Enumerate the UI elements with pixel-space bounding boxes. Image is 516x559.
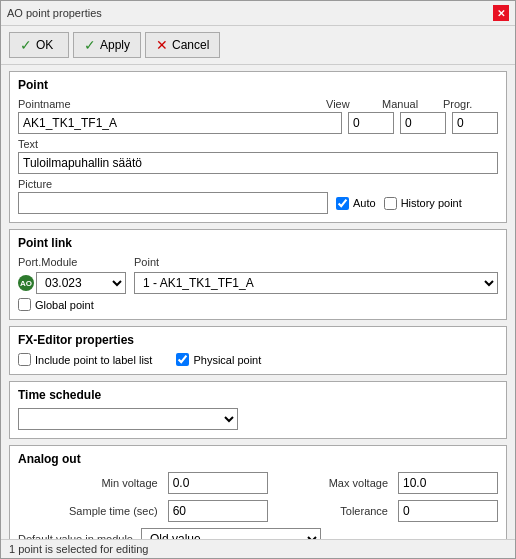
default-value-row: Default value in module Old value 0 Last… — [18, 528, 498, 539]
analog-grid: Min voltage Max voltage Sample time (sec… — [18, 472, 498, 522]
view-col-header: View — [326, 98, 376, 110]
ok-icon: ✓ — [20, 37, 32, 53]
min-voltage-input[interactable] — [168, 472, 268, 494]
port-module-select[interactable]: 03.023 — [36, 272, 126, 294]
default-value-select[interactable]: Old value 0 Last value — [141, 528, 321, 539]
apply-button[interactable]: ✓ Apply — [73, 32, 141, 58]
time-schedule-section: Time schedule — [9, 381, 507, 439]
cancel-icon: ✕ — [156, 37, 168, 53]
sample-time-input[interactable] — [168, 500, 268, 522]
history-checkbox-label[interactable]: History point — [384, 197, 462, 210]
port-select-container: AO 03.023 — [18, 272, 126, 294]
pointname-col-header: Pointname — [18, 98, 320, 110]
cancel-button[interactable]: ✕ Cancel — [145, 32, 220, 58]
cancel-label: Cancel — [172, 38, 209, 52]
point-section-title: Point — [18, 78, 498, 92]
sample-time-label: Sample time (sec) — [18, 505, 158, 517]
global-point-row: Global point — [18, 298, 498, 311]
global-point-label: Global point — [35, 299, 94, 311]
fx-editor-section: FX-Editor properties Include point to la… — [9, 326, 507, 375]
time-schedule-select[interactable] — [18, 408, 238, 430]
close-button[interactable]: ✕ — [493, 5, 509, 21]
port-ao-icon: AO — [18, 275, 34, 291]
history-label: History point — [401, 197, 462, 209]
pointname-row — [18, 112, 498, 134]
include-label: Include point to label list — [35, 354, 152, 366]
analog-out-section: Analog out Min voltage Max voltage Sampl… — [9, 445, 507, 539]
port-module-label: Port.Module — [18, 256, 126, 268]
pointname-input[interactable] — [18, 112, 342, 134]
apply-label: Apply — [100, 38, 130, 52]
point-link-row: Port.Module AO 03.023 Point 1 - AK1_TK1_… — [18, 256, 498, 294]
manual-input[interactable] — [400, 112, 446, 134]
physical-label: Physical point — [193, 354, 261, 366]
fx-editor-title: FX-Editor properties — [18, 333, 498, 347]
toolbar: ✓ OK ✓ Apply ✕ Cancel — [1, 26, 515, 65]
auto-label: Auto — [353, 197, 376, 209]
auto-checkbox-label[interactable]: Auto — [336, 197, 376, 210]
physical-point-checkbox[interactable] — [176, 353, 189, 366]
physical-point-label[interactable]: Physical point — [176, 353, 261, 366]
ok-label: OK — [36, 38, 53, 52]
progr-col-header: Progr. — [443, 98, 498, 110]
point-link-title: Point link — [18, 236, 498, 250]
history-checkbox[interactable] — [384, 197, 397, 210]
progr-input[interactable] — [452, 112, 498, 134]
content-area: Point Pointname View Manual Progr. Text — [1, 65, 515, 539]
point-link-section: Point link Port.Module AO 03.023 Point 1… — [9, 229, 507, 320]
pointname-headers: Pointname View Manual Progr. — [18, 98, 498, 110]
view-input[interactable] — [348, 112, 394, 134]
ao-point-properties-window: AO point properties ✕ ✓ OK ✓ Apply ✕ Can… — [0, 0, 516, 559]
tolerance-input[interactable] — [398, 500, 498, 522]
global-point-checkbox-label[interactable]: Global point — [18, 298, 498, 311]
port-module-col: Port.Module AO 03.023 — [18, 256, 126, 294]
min-voltage-label: Min voltage — [18, 477, 158, 489]
point-section: Point Pointname View Manual Progr. Text — [9, 71, 507, 223]
tolerance-label: Tolerance — [278, 505, 388, 517]
text-input[interactable] — [18, 152, 498, 174]
picture-input[interactable] — [18, 192, 328, 214]
text-label: Text — [18, 138, 498, 150]
point-select[interactable]: 1 - AK1_TK1_TF1_A — [134, 272, 498, 294]
status-bar: 1 point is selected for editing — [1, 539, 515, 558]
apply-icon: ✓ — [84, 37, 96, 53]
picture-label: Picture — [18, 178, 498, 190]
max-voltage-label: Max voltage — [278, 477, 388, 489]
ok-button[interactable]: ✓ OK — [9, 32, 69, 58]
global-point-checkbox[interactable] — [18, 298, 31, 311]
auto-checkbox[interactable] — [336, 197, 349, 210]
status-text: 1 point is selected for editing — [9, 543, 148, 555]
max-voltage-input[interactable] — [398, 472, 498, 494]
point-col: Point 1 - AK1_TK1_TF1_A — [134, 256, 498, 294]
time-schedule-title: Time schedule — [18, 388, 498, 402]
point-col-label: Point — [134, 256, 498, 268]
include-label-list-checkbox[interactable] — [18, 353, 31, 366]
analog-out-title: Analog out — [18, 452, 498, 466]
picture-row: Auto History point — [18, 192, 498, 214]
include-label-list-label[interactable]: Include point to label list — [18, 353, 152, 366]
title-bar: AO point properties ✕ — [1, 1, 515, 26]
manual-col-header: Manual — [382, 98, 437, 110]
window-title: AO point properties — [7, 7, 102, 19]
